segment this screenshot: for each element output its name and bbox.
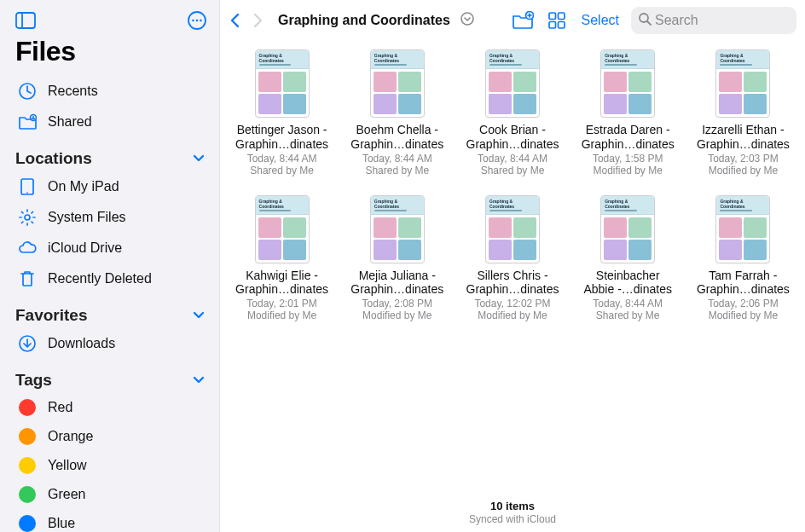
search-field[interactable] [631,7,796,34]
sidebar-item-on-my-ipad[interactable]: On My iPad [12,171,211,202]
file-status: Shared by Me [596,309,660,321]
file-name-line1: Steinbacher [596,269,660,283]
file-item[interactable]: Graphing & Coordinates Steinbacher Abbie… [575,195,681,322]
file-name-line1: Tam Farrah - [709,269,777,283]
sidebar-item-blue[interactable]: Blue [12,509,211,532]
sidebar-section-header[interactable]: Favorites [12,294,211,328]
file-name-line1: Sillers Chris - [477,269,547,283]
sidebar-item-yellow[interactable]: Yellow [12,451,211,480]
sidebar-item-system-files[interactable]: System Files [12,202,211,233]
svg-point-13 [461,13,473,25]
file-name-line2: Graphin…dinates [697,137,790,152]
file-name-line1: Kahwigi Elie - [246,269,318,283]
sidebar-section-title: Locations [15,149,92,168]
sidebar-item-label: Downloads [48,336,206,351]
file-status: Modified by Me [478,309,547,321]
sidebar-item-green[interactable]: Green [12,480,211,509]
tag-dot-icon [17,428,38,445]
more-icon[interactable] [187,10,207,31]
file-thumbnail: Graphing & Coordinates [485,195,540,263]
sidebar-section-header[interactable]: Locations [12,137,211,171]
file-thumbnail: Graphing & Coordinates [600,49,655,118]
sidebar-item-label: Recents [48,84,206,99]
folder-shared-icon [17,113,38,131]
file-name-line2: Graphin…dinates [235,282,328,297]
sidebar-item-shared[interactable]: Shared [12,107,211,137]
file-item[interactable]: Graphing & Coordinates Bettinger Jason -… [229,49,335,176]
gear-icon [17,208,38,227]
file-item[interactable]: Graphing & Coordinates Cook Brian - Grap… [459,49,565,176]
file-status: Modified by Me [594,165,663,176]
sync-status: Synced with iCloud [220,513,805,525]
file-time: Today, 8:44 AM [247,153,317,165]
sidebar-item-red[interactable]: Red [12,393,211,422]
trash-icon [17,269,38,288]
file-name-line2: Graphin…dinates [235,137,328,152]
file-name-line1: Cook Brian - [479,123,546,137]
file-status: Modified by Me [709,165,778,176]
file-name-line2: Graphin…dinates [466,137,559,152]
file-name-line2: Graphin…dinates [582,137,675,152]
select-button[interactable]: Select [576,13,624,28]
svg-point-5 [200,20,202,22]
file-name-line1: Boehm Chella - [356,123,439,137]
file-name-line2: Graphin…dinates [697,282,790,297]
sidebar-item-label: Orange [48,429,206,444]
file-thumbnail: Graphing & Coordinates [485,49,540,118]
download-icon [17,334,38,353]
svg-point-11 [25,215,30,220]
file-name-line2: Abbie -…dinates [583,282,672,297]
file-item[interactable]: Graphing & Coordinates Estrada Daren - G… [575,49,681,176]
sidebar-item-orange[interactable]: Orange [12,422,211,451]
file-thumbnail: Graphing & Coordinates [600,195,655,263]
sidebar-item-label: System Files [48,210,206,225]
file-name-line2: Graphin…dinates [466,282,559,297]
file-status: Shared by Me [365,165,429,176]
sidebar-item-label: Green [48,487,206,502]
sidebar-section-header[interactable]: Tags [12,359,211,393]
sidebar-item-recents[interactable]: Recents [12,76,211,107]
tag-dot-icon [17,515,38,532]
file-time: Today, 1:58 PM [593,153,663,165]
sidebar-item-downloads[interactable]: Downloads [12,328,211,359]
file-item[interactable]: Graphing & Coordinates Kahwigi Elie - Gr… [229,195,335,322]
file-item[interactable]: Graphing & Coordinates Mejia Juliana - G… [344,195,450,322]
sidebar-item-recently-deleted[interactable]: Recently Deleted [12,263,211,294]
sidebar-item-icloud-drive[interactable]: iCloud Drive [12,233,211,263]
clock-icon [17,82,38,101]
file-thumbnail: Graphing & Coordinates [255,49,310,118]
sidebar-toggle-icon[interactable] [15,12,36,29]
sidebar-item-label: iCloud Drive [48,240,206,256]
chevron-down-icon [192,151,207,166]
forward-button [247,8,268,33]
sidebar-item-label: Yellow [48,458,206,473]
tag-dot-icon [17,486,38,503]
file-status: Modified by Me [247,309,316,321]
svg-line-22 [647,21,651,25]
folder-title[interactable]: Graphing and Coordinates [278,13,450,28]
ipad-icon [17,177,38,196]
view-mode-button[interactable] [544,8,570,33]
file-thumbnail: Graphing & Coordinates [715,195,770,263]
svg-rect-19 [549,22,556,29]
status-footer: 10 items Synced with iCloud [220,494,805,532]
app-title: Files [15,36,211,67]
new-folder-button[interactable] [508,8,537,33]
file-item[interactable]: Graphing & Coordinates Sillers Chris - G… [459,195,565,322]
file-item[interactable]: Graphing & Coordinates Boehm Chella - Gr… [344,49,450,176]
search-input[interactable] [655,13,805,28]
sidebar-item-label: Recently Deleted [48,271,206,286]
file-item[interactable]: Graphing & Coordinates Tam Farrah - Grap… [690,195,796,322]
file-thumbnail: Graphing & Coordinates [715,49,770,118]
svg-rect-18 [558,13,565,20]
file-name-line1: Bettinger Jason - [237,123,327,137]
file-item[interactable]: Graphing & Coordinates Izzarelli Ethan -… [690,49,796,176]
file-name-line2: Graphin…dinates [350,137,443,152]
tag-dot-icon [17,457,38,474]
file-name-line1: Estrada Daren - [586,123,670,137]
file-time: Today, 8:44 AM [362,153,432,165]
svg-point-3 [192,20,194,22]
back-button[interactable] [225,8,246,33]
folder-title-dropdown-icon[interactable] [460,12,474,29]
file-thumbnail: Graphing & Coordinates [370,195,425,263]
